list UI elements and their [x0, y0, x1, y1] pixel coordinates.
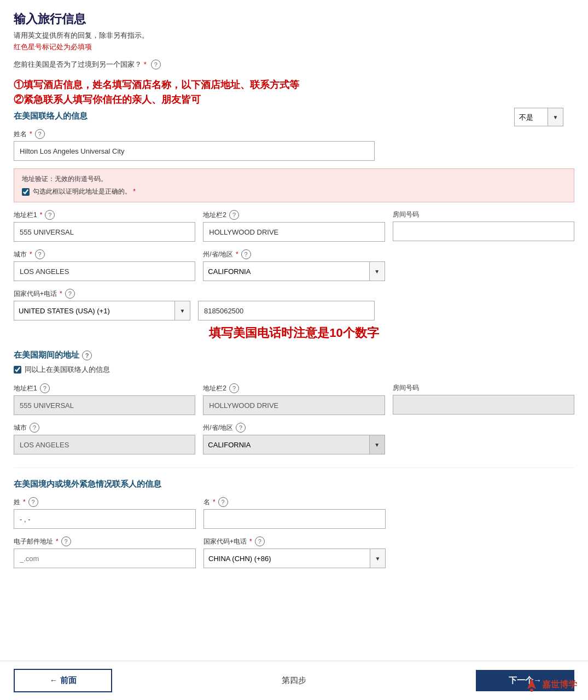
city-required: * — [30, 250, 32, 258]
page-title: 输入旅行信息 — [14, 11, 574, 27]
first-name-input[interactable] — [203, 509, 386, 529]
state-label: 州/省/地区 — [203, 250, 233, 259]
period-state-label: 州/省/地区 — [203, 423, 233, 433]
logo-area: 嘉世博学 — [524, 677, 577, 692]
svg-marker-0 — [527, 678, 536, 689]
state-help[interactable]: ? — [241, 249, 251, 259]
same-address-label: 同以上在美国联络人的信息 — [25, 365, 110, 375]
transit-question-label: 您前往美国是否为了过境到另一个国家？ * — [14, 60, 147, 69]
room-label: 房间号码 — [393, 210, 419, 219]
addr2-label: 地址栏2 — [203, 211, 226, 220]
period-state-arrow: ▼ — [369, 435, 385, 454]
same-address-checkbox[interactable] — [14, 366, 21, 374]
emergency-section-title: 在美国境内或境外紧急情况联系人的信息 — [14, 479, 574, 489]
logo-text: 嘉世博学 — [542, 679, 577, 691]
email-input[interactable] — [14, 549, 196, 568]
period-state-select[interactable]: CALIFORNIA NEW YORK — [203, 435, 369, 454]
state-required: * — [236, 250, 238, 258]
validation-checkbox[interactable] — [22, 188, 30, 196]
back-button[interactable]: ← 前面 — [14, 669, 112, 692]
period-room-label: 房间号码 — [393, 383, 419, 393]
transit-select-wrapper[interactable]: 不是 是 ▼ — [514, 108, 563, 126]
period-addr1-help[interactable]: ? — [40, 383, 50, 393]
addr1-required: * — [40, 211, 43, 219]
validation-text: 地址验证：无效的街道号码。 — [22, 174, 566, 184]
emergency-phone-required: * — [249, 538, 252, 545]
name-help-icon[interactable]: ? — [35, 129, 45, 139]
email-label: 电子邮件地址 — [14, 537, 53, 546]
email-help[interactable]: ? — [61, 536, 71, 546]
footer-bar: ← 前面 第四步 下一个→ — [0, 661, 588, 700]
phone-help[interactable]: ? — [65, 289, 75, 299]
name-input[interactable] — [14, 141, 375, 161]
last-name-input[interactable] — [14, 509, 196, 529]
required-star: * — [144, 60, 147, 68]
phone-required: * — [60, 290, 62, 298]
addr2-input[interactable] — [203, 222, 385, 242]
annotation-1: ①填写酒店信息，姓名填写酒店名称，以下酒店地址、联系方式等 — [14, 75, 574, 93]
state-arrow: ▼ — [369, 262, 385, 281]
period-addr1-input[interactable] — [14, 395, 195, 415]
emergency-phone-help[interactable]: ? — [255, 536, 265, 546]
first-name-label: 名 — [203, 498, 210, 507]
city-label: 城市 — [14, 250, 27, 259]
first-name-help[interactable]: ? — [218, 497, 228, 507]
name-required-star: * — [30, 130, 32, 138]
step-label: 第四步 — [282, 675, 306, 686]
state-select[interactable]: CALIFORNIA NEW YORK TEXAS — [203, 262, 369, 281]
email-required: * — [56, 538, 59, 545]
room-input[interactable] — [393, 221, 574, 241]
state-select-wrapper[interactable]: CALIFORNIA NEW YORK TEXAS ▼ — [203, 261, 385, 281]
phone-number-input[interactable] — [198, 301, 375, 320]
phone-label: 国家代码+电话 — [14, 289, 57, 299]
validation-checkbox-label: 勾选此框以证明此地址是正确的。 * — [33, 187, 136, 196]
phone-country-wrapper[interactable]: UNITED STATES (USA) (+1) CHINA (CHN) (+8… — [14, 301, 190, 320]
emergency-phone-arrow: ▼ — [370, 549, 385, 568]
last-name-label: 姓 — [14, 498, 20, 507]
addr1-label: 地址栏1 — [14, 211, 37, 220]
validation-box: 地址验证：无效的街道号码。 勾选此框以证明此地址是正确的。 * — [14, 168, 574, 202]
us-period-help[interactable]: ? — [82, 351, 92, 360]
period-addr2-label: 地址栏2 — [203, 384, 226, 393]
period-addr1-label: 地址栏1 — [14, 384, 37, 393]
period-city-label: 城市 — [14, 423, 27, 433]
emergency-phone-select[interactable]: CHINA (CHN) (+86) UNITED STATES (USA) (+… — [204, 549, 370, 568]
annotation-2: ②紧急联系人填写你信任的亲人、朋友皆可 — [14, 93, 574, 107]
period-addr2-help[interactable]: ? — [229, 383, 239, 393]
us-period-title: 在美国期间的地址 ? — [14, 350, 574, 360]
city-input[interactable] — [14, 261, 195, 281]
addr1-help[interactable]: ? — [45, 210, 55, 220]
emergency-phone-wrapper[interactable]: CHINA (CHN) (+86) UNITED STATES (USA) (+… — [203, 549, 386, 568]
period-state-wrapper[interactable]: CALIFORNIA NEW YORK ▼ — [203, 435, 385, 454]
period-room-input[interactable] — [393, 395, 574, 415]
required-note: 红色星号标记处为必填项 — [14, 42, 574, 52]
last-name-required: * — [23, 498, 26, 506]
transit-select-arrow: ▼ — [548, 108, 563, 126]
addr2-help[interactable]: ? — [229, 210, 239, 220]
first-name-required: * — [213, 498, 216, 506]
subtitle: 请用英文提供所有的回复，除非另有指示。 — [14, 31, 574, 40]
emergency-phone-label: 国家代码+电话 — [203, 537, 247, 546]
transit-help-icon[interactable]: ? — [151, 60, 161, 69]
name-label: 姓名 — [14, 130, 27, 139]
period-addr2-input[interactable] — [203, 395, 385, 415]
phone-annotation: 填写美国电话时注意是10个数字 — [14, 325, 574, 341]
period-city-help[interactable]: ? — [30, 423, 39, 433]
phone-country-arrow: ▼ — [174, 301, 190, 320]
transit-select[interactable]: 不是 是 — [515, 108, 548, 126]
last-name-help[interactable]: ? — [28, 497, 38, 507]
us-contact-section-title: 在美国联络人的信息 — [14, 111, 574, 121]
period-state-help[interactable]: ? — [236, 423, 246, 433]
logo-icon — [524, 677, 539, 692]
city-help[interactable]: ? — [35, 249, 45, 259]
svg-point-1 — [530, 689, 533, 692]
addr1-input[interactable] — [14, 222, 195, 242]
phone-country-select[interactable]: UNITED STATES (USA) (+1) CHINA (CHN) (+8… — [14, 301, 174, 320]
period-city-input[interactable] — [14, 435, 195, 454]
